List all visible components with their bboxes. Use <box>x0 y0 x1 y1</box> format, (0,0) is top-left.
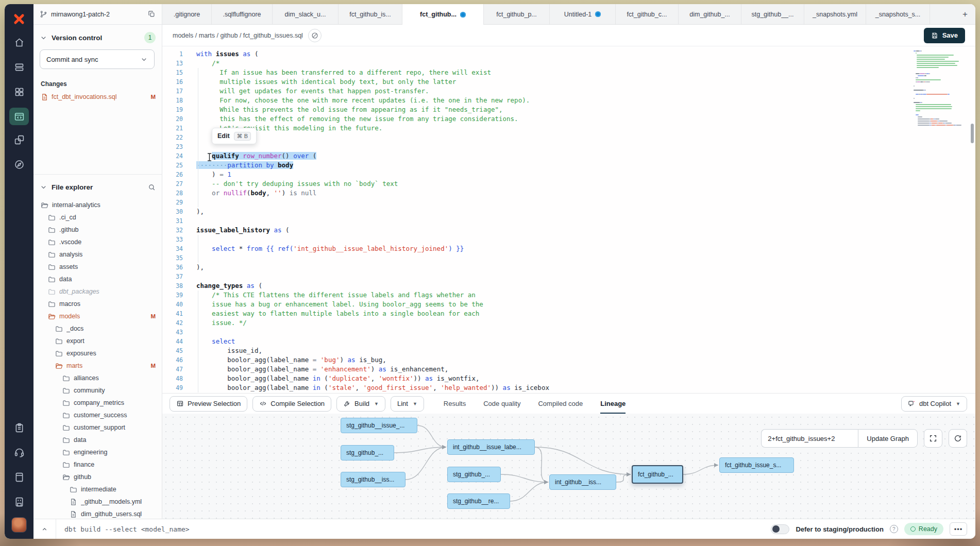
editor-tab[interactable]: Untitled-1 <box>550 4 616 24</box>
lineage-node-stg_github__iss[interactable]: stg_github__iss... <box>341 472 405 487</box>
file-tree-item-_docs[interactable]: _docs <box>33 322 162 335</box>
code-editor[interactable]: 1with issues as (13 /*15 If an issue has… <box>162 46 975 393</box>
editor-tab[interactable]: stg_github__... <box>741 4 804 24</box>
file-tree-item-customer_support[interactable]: customer_support <box>33 421 162 434</box>
file-tree-item-exposures[interactable]: exposures <box>33 347 162 360</box>
build-button[interactable]: Build▼ <box>336 396 385 412</box>
file-tree-item-analysis[interactable]: analysis <box>33 248 162 261</box>
code-text[interactable]: select <box>191 337 235 346</box>
code-editor-icon[interactable] <box>9 108 29 125</box>
lineage-node-stg_github__re[interactable]: stg_github__re... <box>447 493 510 509</box>
file-tree-item-github[interactable]: github <box>33 471 162 483</box>
kiosk-icon[interactable] <box>9 491 29 512</box>
compare-icon[interactable] <box>9 129 29 150</box>
update-graph-button[interactable]: Update Graph <box>858 429 918 448</box>
file-tree-item-export[interactable]: export <box>33 335 162 347</box>
code-text[interactable]: /* This CTE flattens the different issue… <box>191 291 476 300</box>
code-text[interactable]: boolor_agg(label_name in ('duplicate', '… <box>191 374 479 383</box>
commit-and-sync-button[interactable]: Commit and sync <box>40 49 155 69</box>
editor-tab[interactable]: fct_github_p... <box>484 4 550 24</box>
code-text[interactable]: this has the effect of removing the new … <box>191 114 518 124</box>
code-text[interactable]: issue_label_history as ( <box>191 226 290 235</box>
code-text[interactable] <box>191 328 196 337</box>
editor-tab[interactable]: fct_github_c... <box>616 4 679 24</box>
code-text[interactable]: If an issue has been transferred to a di… <box>191 68 491 77</box>
panel-tab-compiled-code[interactable]: Compiled code <box>538 394 583 414</box>
new-tab-button[interactable]: + <box>955 4 975 24</box>
compass-icon[interactable] <box>9 154 29 175</box>
code-text[interactable]: issue. */ <box>191 318 247 328</box>
code-text[interactable]: or nullif(body, '') is null <box>191 189 316 198</box>
help-icon[interactable]: ? <box>890 525 898 533</box>
file-tree-item-models[interactable]: modelsM <box>33 310 162 322</box>
code-text[interactable]: -- don't try deduping issues with no `bo… <box>191 179 398 189</box>
file-tree-item-_github__models.yml[interactable]: _github__models.yml <box>33 496 162 508</box>
editor-tab[interactable]: fct_github... <box>402 4 484 25</box>
file-tree-item-alliances[interactable]: alliances <box>33 372 162 384</box>
file-tree-item-macros[interactable]: macros <box>33 298 162 310</box>
copy-icon[interactable] <box>148 10 156 18</box>
editor-scrollbar-thumb[interactable] <box>971 124 974 143</box>
code-text[interactable] <box>191 235 196 244</box>
file-explorer-header[interactable]: File explorer <box>40 179 156 195</box>
code-text[interactable] <box>191 133 196 142</box>
editor-tab[interactable]: _snapshots.yml <box>804 4 866 24</box>
file-tree-item-finance[interactable]: finance <box>33 458 162 471</box>
notebook-icon[interactable] <box>9 467 29 487</box>
file-tree-item-intermediate[interactable]: intermediate <box>33 483 162 496</box>
support-icon[interactable] <box>9 442 29 463</box>
changed-file-row[interactable]: fct_dbt_invocations.sql M <box>41 91 156 103</box>
compile-selection-button[interactable]: Compile Selection <box>252 396 331 412</box>
lineage-node-int_github__iss[interactable]: int_github__iss... <box>549 474 616 490</box>
code-text[interactable]: easiest way to flatten multiple labels i… <box>191 309 479 318</box>
expand-command-bar-button[interactable] <box>33 519 56 539</box>
code-text[interactable]: /* <box>191 59 219 68</box>
code-text[interactable]: change_types as ( <box>191 281 262 291</box>
panel-tab-code-quality[interactable]: Code quality <box>483 394 520 414</box>
lint-button[interactable]: Lint▼ <box>391 396 424 412</box>
lineage-node-fct_github_[interactable]: fct_github_... <box>632 465 683 484</box>
code-text[interactable]: ), <box>191 207 204 216</box>
lineage-node-stg_github__issue_[interactable]: stg_github__issue_... <box>341 418 417 433</box>
home-icon[interactable] <box>9 32 29 53</box>
file-tree-item-data[interactable]: data <box>33 434 162 446</box>
editor-tab[interactable]: dim_slack_u... <box>273 4 339 24</box>
save-button[interactable]: Save <box>924 28 965 43</box>
editor-tab[interactable]: dim_github_... <box>679 4 741 24</box>
lineage-node-int_github__issue_labe[interactable]: int_github__issue_labe... <box>447 439 535 455</box>
code-text[interactable] <box>191 253 196 263</box>
file-tree-item-.ci_cd[interactable]: .ci_cd <box>33 211 162 224</box>
lineage-selector-input[interactable] <box>761 429 858 448</box>
code-text[interactable]: For now, choose the one with more recent… <box>191 96 530 105</box>
code-text[interactable]: ), <box>191 263 204 272</box>
file-tree-item-customer_success[interactable]: customer_success <box>33 409 162 421</box>
file-tree-item-dbt_packages[interactable]: dbt_packages <box>33 285 162 298</box>
user-avatar[interactable] <box>11 517 27 533</box>
refresh-button[interactable] <box>949 429 967 448</box>
search-icon[interactable] <box>148 183 156 191</box>
code-text[interactable]: boolor_agg(label_name in ('stale', 'good… <box>191 383 549 393</box>
file-tree-item-.github[interactable]: .github <box>33 224 162 236</box>
editor-tab[interactable]: .sqlfluffignore <box>212 4 273 24</box>
file-tree-item-marts[interactable]: martsM <box>33 360 162 372</box>
slash-circle-icon[interactable] <box>308 29 322 42</box>
minimap[interactable] <box>914 50 968 127</box>
code-text[interactable]: select * from {{ ref('int_github__issue_… <box>191 244 464 253</box>
preview-selection-button[interactable]: Preview Selection <box>170 396 247 412</box>
editor-tab[interactable]: fct_github_is... <box>339 4 402 24</box>
dbt-logo-icon[interactable] <box>10 10 28 28</box>
code-text[interactable] <box>191 272 196 281</box>
file-tree-item-assets[interactable]: assets <box>33 261 162 273</box>
version-control-header[interactable]: Version control 1 <box>40 31 156 44</box>
lineage-node-stg_github_[interactable]: stg_github_... <box>341 445 394 460</box>
stack-icon[interactable] <box>9 57 29 77</box>
lineage-node-stg_github_[interactable]: stg_github_... <box>447 467 501 482</box>
file-tree-item-internal-analytics[interactable]: internal-analytics <box>33 199 162 211</box>
grid-icon[interactable] <box>9 81 29 102</box>
more-options-button[interactable]: ••• <box>950 522 967 536</box>
file-tree-item-.vscode[interactable]: .vscode <box>33 236 162 248</box>
code-text[interactable] <box>191 216 196 226</box>
defer-toggle[interactable] <box>771 524 789 534</box>
code-text[interactable]: will get updates for events that happen … <box>191 87 429 96</box>
file-tree-item-company_metrics[interactable]: company_metrics <box>33 397 162 409</box>
